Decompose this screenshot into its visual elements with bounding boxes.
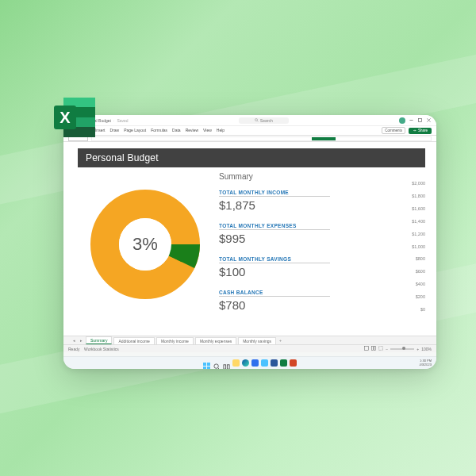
tab-view[interactable]: View	[203, 128, 212, 133]
svg-rect-19	[203, 363, 206, 366]
svg-point-7	[255, 119, 257, 121]
axis-tick: $1,000	[397, 244, 425, 251]
taskbar-edge-icon[interactable]	[242, 359, 249, 367]
svg-point-23	[214, 364, 218, 368]
donut-center-label: 3%	[86, 185, 205, 304]
svg-rect-16	[372, 347, 374, 351]
zoom-out-button[interactable]: −	[386, 347, 388, 351]
zoom-level[interactable]: 100%	[421, 347, 432, 351]
tab-help[interactable]: Help	[217, 128, 225, 133]
svg-rect-10	[418, 118, 421, 121]
sheet-tab-addl-income[interactable]: Additional income	[113, 337, 154, 344]
svg-rect-26	[227, 365, 229, 369]
tab-draw[interactable]: Draw	[109, 128, 119, 133]
svg-text:X: X	[60, 109, 71, 126]
metric-income: TOTAL MONTHLY INCOME $1,875	[219, 183, 397, 212]
share-icon	[413, 129, 416, 132]
metric-value: $100	[219, 265, 397, 278]
metric-cash: CASH BALANCE $780	[219, 283, 397, 312]
share-button[interactable]: Share	[409, 128, 432, 134]
saved-indicator: Saved	[117, 118, 128, 123]
axis-tick: $600	[397, 268, 425, 275]
svg-rect-22	[207, 367, 210, 370]
page-title: Personal Budget	[78, 148, 425, 167]
metric-savings: TOTAL MONTHLY SAVINGS $100	[219, 250, 397, 278]
chart-y-axis: $2,000 $1,800 $1,600 $1,400 $1,200 $1,00…	[397, 172, 425, 317]
sheet-tab-monthly-income[interactable]: Monthly income	[156, 337, 194, 344]
taskbar-store-icon[interactable]	[251, 359, 259, 367]
axis-tick: $1,800	[397, 193, 425, 200]
comments-button[interactable]: Comments	[382, 127, 405, 134]
tab-data[interactable]: Data	[172, 128, 181, 133]
status-stats[interactable]: Workbook Statistics	[84, 347, 119, 351]
sheet-nav-prev[interactable]: ◂	[71, 338, 77, 343]
svg-line-8	[257, 121, 258, 121]
svg-rect-18	[379, 347, 383, 351]
user-avatar[interactable]	[399, 117, 405, 124]
zoom-slider[interactable]	[390, 348, 414, 350]
axis-tick: $200	[397, 294, 425, 301]
axis-tick: $800	[397, 255, 425, 263]
tray-date: 4/3/2023	[419, 363, 432, 367]
taskbar-explorer-icon[interactable]	[232, 359, 240, 367]
new-sheet-button[interactable]: +	[278, 338, 283, 343]
minimize-button[interactable]	[409, 117, 414, 123]
sheet-tab-bar: ◂ ▸ Summary Additional income Monthly in…	[63, 336, 436, 344]
summary-heading: Summary	[219, 172, 397, 181]
axis-tick: $1,600	[397, 205, 425, 213]
search-icon	[255, 118, 259, 122]
view-pagebreak-icon[interactable]	[378, 346, 383, 351]
formula-input[interactable]	[91, 136, 432, 141]
svg-rect-25	[224, 365, 226, 369]
ribbon: File Home Insert Draw Page Layout Formul…	[63, 126, 436, 136]
system-tray[interactable]: 1:30 PM 4/3/2023	[419, 359, 432, 367]
metric-value: $1,875	[219, 198, 397, 212]
svg-rect-20	[207, 363, 210, 366]
axis-tick: $2,000	[397, 180, 425, 187]
taskbar-ppt-icon[interactable]	[290, 359, 297, 367]
svg-rect-17	[374, 347, 376, 351]
tab-pagelayout[interactable]: Page Layout	[124, 128, 146, 133]
axis-tick: $400	[397, 281, 425, 288]
metric-label: TOTAL MONTHLY INCOME	[219, 190, 330, 197]
metric-value: $995	[219, 232, 397, 245]
view-normal-icon[interactable]	[364, 346, 369, 351]
sheet-tab-monthly-expenses[interactable]: Monthly expenses	[195, 337, 236, 344]
maximize-button[interactable]	[417, 117, 423, 123]
sheet-tab-monthly-savings[interactable]: Monthly savings	[238, 337, 276, 344]
zoom-in-button[interactable]: +	[416, 347, 419, 351]
taskbar-search-icon[interactable]	[213, 359, 221, 367]
sheet-tab-summary[interactable]: Summary	[86, 336, 112, 344]
axis-tick: $1,400	[397, 218, 425, 225]
search-box[interactable]: Search	[239, 117, 289, 124]
taskbar-word-icon[interactable]	[271, 359, 278, 367]
metric-expenses: TOTAL MONTHLY EXPENSES $995	[219, 217, 397, 245]
metric-label: TOTAL MONTHLY EXPENSES	[219, 223, 330, 230]
search-placeholder: Search	[260, 118, 273, 123]
taskbar-excel-icon[interactable]	[280, 359, 287, 367]
metric-value: $780	[219, 298, 397, 312]
metric-label: CASH BALANCE	[219, 290, 330, 297]
axis-tick: $1,200	[397, 231, 425, 238]
worksheet[interactable]: Personal Budget 3% Summary	[63, 142, 436, 344]
sheet-nav-next[interactable]: ▸	[79, 338, 84, 343]
axis-tick: $0	[397, 306, 425, 313]
svg-rect-21	[203, 367, 206, 370]
taskbar-taskview-icon[interactable]	[223, 359, 230, 367]
formula-bar	[63, 136, 436, 142]
tab-review[interactable]: Review	[186, 128, 198, 133]
start-button[interactable]	[203, 359, 211, 367]
status-ready: Ready	[68, 347, 79, 351]
excel-logo: X	[48, 91, 103, 147]
view-pagelayout-icon[interactable]	[371, 346, 376, 351]
close-button[interactable]	[426, 117, 432, 123]
svg-line-24	[218, 368, 220, 369]
metric-label: TOTAL MONTHLY SAVINGS	[219, 256, 330, 263]
svg-rect-15	[365, 347, 369, 351]
windows-taskbar: 1:30 PM 4/3/2023	[63, 356, 436, 369]
window-titlebar: Personal Budget · Saved Search	[63, 115, 436, 126]
monitor-screen: Personal Budget · Saved Search File Home…	[63, 115, 436, 369]
tab-formulas[interactable]: Formulas	[151, 128, 167, 133]
donut-chart: 3%	[78, 172, 213, 317]
taskbar-mail-icon[interactable]	[261, 359, 268, 367]
